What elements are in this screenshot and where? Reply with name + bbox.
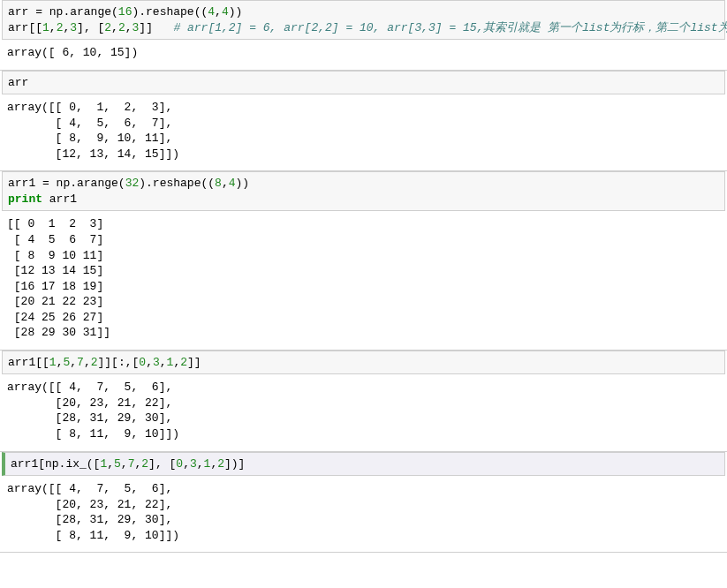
output-area: array([[ 0, 1, 2, 3], [ 4, 5, 6, 7], [ 8…: [0, 94, 727, 170]
output-area: [[ 0 1 2 3] [ 4 5 6 7] [ 8 9 10 11] [12 …: [0, 211, 727, 349]
input-code[interactable]: arr: [8, 75, 719, 91]
input-code[interactable]: arr = np.arange(16).reshape((4,4)) arr[[…: [8, 4, 719, 35]
input-area[interactable]: arr1 = np.arange(32).reshape((8,4)) prin…: [2, 171, 725, 211]
output-text: array([[ 4, 7, 5, 6], [20, 23, 21, 22], …: [7, 481, 720, 543]
output-text: array([[ 4, 7, 5, 6], [20, 23, 21, 22], …: [7, 380, 720, 441]
input-area[interactable]: arr = np.arange(16).reshape((4,4)) arr[[…: [2, 0, 725, 40]
code-cell: arr1[[1,5,7,2]][:,[0,3,1,2]]array([[ 4, …: [0, 351, 727, 452]
output-area: array([[ 4, 7, 5, 6], [20, 23, 21, 22], …: [0, 374, 727, 450]
input-code[interactable]: arr1 = np.arange(32).reshape((8,4)) prin…: [8, 176, 719, 207]
input-area[interactable]: arr: [2, 71, 725, 95]
output-text: array([ 6, 10, 15]): [7, 45, 720, 61]
code-cell: arrarray([[ 0, 1, 2, 3], [ 4, 5, 6, 7], …: [0, 71, 727, 172]
code-cell: arr = np.arange(16).reshape((4,4)) arr[[…: [0, 0, 727, 71]
output-area: array([[ 4, 7, 5, 6], [20, 23, 21, 22], …: [0, 476, 727, 552]
output-area: array([ 6, 10, 15]): [0, 40, 727, 70]
input-area[interactable]: arr1[np.ix_([1,5,7,2], [0,3,1,2])]: [2, 452, 725, 477]
output-text: array([[ 0, 1, 2, 3], [ 4, 5, 6, 7], [ 8…: [7, 100, 720, 162]
input-code[interactable]: arr1[np.ix_([1,5,7,2], [0,3,1,2])]: [11, 456, 719, 472]
input-code[interactable]: arr1[[1,5,7,2]][:,[0,3,1,2]]: [8, 355, 719, 371]
code-cell: arr1 = np.arange(32).reshape((8,4)) prin…: [0, 171, 727, 350]
notebook-container: arr = np.arange(16).reshape((4,4)) arr[[…: [0, 0, 727, 553]
code-cell: arr1[np.ix_([1,5,7,2], [0,3,1,2])]array(…: [0, 452, 727, 554]
input-area[interactable]: arr1[[1,5,7,2]][:,[0,3,1,2]]: [2, 351, 725, 375]
output-text: [[ 0 1 2 3] [ 4 5 6 7] [ 8 9 10 11] [12 …: [7, 216, 720, 340]
